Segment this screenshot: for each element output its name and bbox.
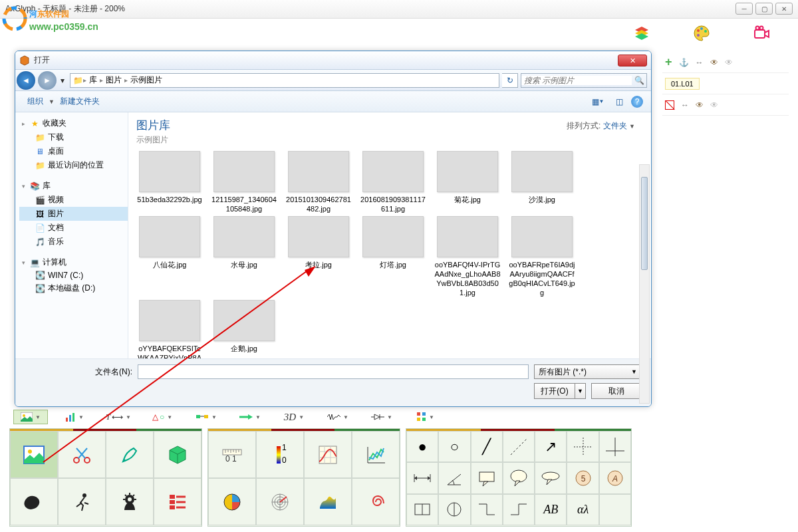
file-thumb[interactable]: 51b3eda32292b.jpg [136, 151, 203, 213]
tool-ruler[interactable]: 0 1 [208, 431, 256, 478]
eye-icon[interactable]: 👁 [710, 58, 718, 67]
tool-grid-plot[interactable] [304, 431, 352, 478]
shape-label-alpha[interactable]: αλ [567, 494, 598, 525]
shape-circle[interactable]: ○ [438, 431, 470, 462]
preview-pane-button[interactable]: ◫ [610, 94, 628, 109]
file-thumb[interactable]: 灯塔.jpg [360, 216, 426, 297]
palette-icon[interactable] [678, 20, 725, 47]
tab-arrow[interactable]: ▼ [233, 410, 267, 424]
open-dropdown[interactable]: ▼ [575, 383, 586, 399]
add-layer-icon[interactable]: + [665, 55, 672, 69]
shape-dashed-line[interactable] [503, 431, 535, 462]
shape-step-up[interactable] [503, 494, 535, 525]
file-thumb[interactable]: 2016081909381117611.jpg [360, 151, 426, 213]
refresh-button[interactable]: ↻ [502, 73, 518, 88]
sidebar-item-desktop[interactable]: 🖥桌面 [19, 144, 128, 158]
shape-split-rect[interactable] [406, 494, 438, 525]
tab-text-dim[interactable]: T⟷▼ [101, 410, 136, 424]
view-mode-button[interactable]: ▦▼ [589, 94, 607, 109]
eye-icon-2[interactable]: 👁 [696, 100, 704, 110]
layers-icon[interactable] [618, 20, 665, 47]
tab-chart[interactable]: ▼ [57, 410, 92, 424]
shape-number-5[interactable]: 5 [567, 462, 598, 493]
tool-spiral[interactable] [352, 478, 400, 525]
link-icon-2[interactable]: ↔ [681, 100, 689, 110]
close-button[interactable]: ✕ [775, 3, 793, 15]
cancel-button[interactable]: 取消 [591, 383, 642, 399]
file-thumb[interactable]: 水母.jpg [211, 216, 277, 297]
open-button[interactable]: 打开(O) [534, 383, 575, 399]
shape-angle[interactable] [438, 462, 470, 493]
tool-gear-head[interactable] [106, 478, 154, 525]
file-thumb[interactable]: 八仙花.jpg [136, 216, 203, 297]
tool-blob[interactable] [10, 478, 58, 525]
dialog-close-button[interactable]: ✕ [618, 55, 647, 66]
shape-label-ab[interactable]: AB [535, 494, 567, 525]
sidebar-item-downloads[interactable]: 📁下载 [19, 130, 128, 144]
layer-tab[interactable]: 01.L01 [665, 78, 700, 90]
sidebar-item-drive-d[interactable]: 💽本地磁盘 (D:) [19, 281, 128, 295]
link-icon[interactable]: ↔ [696, 58, 704, 67]
camera-icon[interactable] [738, 20, 785, 47]
tab-image[interactable]: ▼ [13, 410, 48, 424]
search-icon[interactable]: 🔍 [632, 76, 646, 85]
shape-crosshair[interactable] [567, 431, 598, 462]
tool-pen[interactable] [106, 431, 154, 478]
shape-split-circle[interactable] [438, 494, 470, 525]
shape-dot[interactable]: ● [406, 431, 438, 462]
tool-insert-image[interactable] [10, 431, 58, 478]
tool-pie[interactable] [208, 478, 256, 525]
file-thumb[interactable]: 沙漠.jpg [509, 151, 575, 213]
tool-heatbar[interactable]: 10 [256, 431, 304, 478]
tab-wave[interactable]: ▼ [321, 410, 355, 424]
shape-axis[interactable] [599, 431, 631, 462]
file-thumb[interactable]: oYYBAFQEKFSITcWKAAZPYjxVnP8AAB5LwJPEQIAB… [136, 300, 203, 358]
sort-control[interactable]: 排列方式: 文件夹 ▼ [567, 120, 635, 132]
shape-dim-h[interactable] [406, 462, 438, 493]
nav-forward-button[interactable]: ► [38, 71, 57, 90]
filename-input[interactable] [138, 364, 529, 379]
tool-radar[interactable] [256, 478, 304, 525]
new-folder-button[interactable]: 新建文件夹 [55, 94, 105, 108]
tab-circuit[interactable]: ▼ [364, 410, 399, 424]
file-thumb[interactable]: ooYBAFRpeT6IA9djAAryu8iigmQAACFfgB0qHIAC… [509, 216, 575, 297]
filetype-dropdown[interactable]: 所有图片 (*.*)▼ [534, 364, 642, 379]
shape-callout-rect[interactable] [471, 462, 503, 493]
tool-3d-cube[interactable] [154, 431, 201, 478]
tab-flowchart[interactable]: ▼ [189, 410, 223, 424]
shape-letter-a[interactable]: A [599, 462, 631, 493]
file-thumb[interactable]: 企鹅.jpg [211, 300, 277, 358]
shape-callout-round[interactable] [503, 462, 535, 493]
tab-grid[interactable]: ▼ [408, 410, 443, 424]
sidebar-favorites[interactable]: ▸★收藏夹 [19, 116, 128, 130]
shape-arrow-line[interactable]: ↗ [535, 431, 567, 462]
tool-running[interactable] [58, 478, 106, 525]
file-thumb[interactable]: 考拉.jpg [285, 216, 352, 297]
tool-scissors[interactable] [58, 431, 106, 478]
search-box[interactable]: 🔍 [521, 73, 647, 88]
file-thumb[interactable]: ooYBAFQf4V-IPrTGAAdNxe_gLhoAAB8YwBVbL8AB… [434, 216, 501, 297]
sidebar-item-recent[interactable]: 📁最近访问的位置 [19, 158, 128, 172]
search-input[interactable] [521, 76, 632, 85]
maximize-button[interactable]: ▢ [755, 3, 773, 15]
sidebar-computer[interactable]: ▾💻计算机 [19, 255, 128, 269]
tool-surface[interactable] [304, 478, 352, 525]
file-thumb[interactable]: 菊花.jpg [434, 151, 501, 213]
sidebar-item-videos[interactable]: 🎬视频 [19, 193, 128, 207]
minimize-button[interactable]: ─ [735, 3, 753, 15]
anchor-icon[interactable]: ⚓ [679, 58, 689, 67]
nav-history-dropdown[interactable]: ▾ [58, 74, 67, 87]
file-thumb[interactable]: 2015101309462781482.jpg [285, 151, 352, 213]
shape-line[interactable]: ╱ [471, 431, 503, 462]
shape-callout-thin[interactable] [535, 462, 567, 493]
breadcrumb[interactable]: 📁 ▸ 库▸ 图片▸ 示例图片 [70, 73, 499, 88]
no-fill-icon[interactable] [665, 100, 674, 110]
help-button[interactable]: ? [631, 96, 643, 108]
tab-3d[interactable]: 3D▼ [277, 410, 311, 424]
sidebar-item-pictures[interactable]: 🖼图片 [19, 207, 128, 221]
file-thumb[interactable]: 12115987_1340604105848.jpg [211, 151, 277, 213]
shape-step-down[interactable] [471, 494, 503, 525]
eye-off-icon-2[interactable]: 👁 [710, 100, 718, 110]
tool-line-chart[interactable] [352, 431, 400, 478]
sidebar-libraries[interactable]: ▾📚库 [19, 179, 128, 193]
